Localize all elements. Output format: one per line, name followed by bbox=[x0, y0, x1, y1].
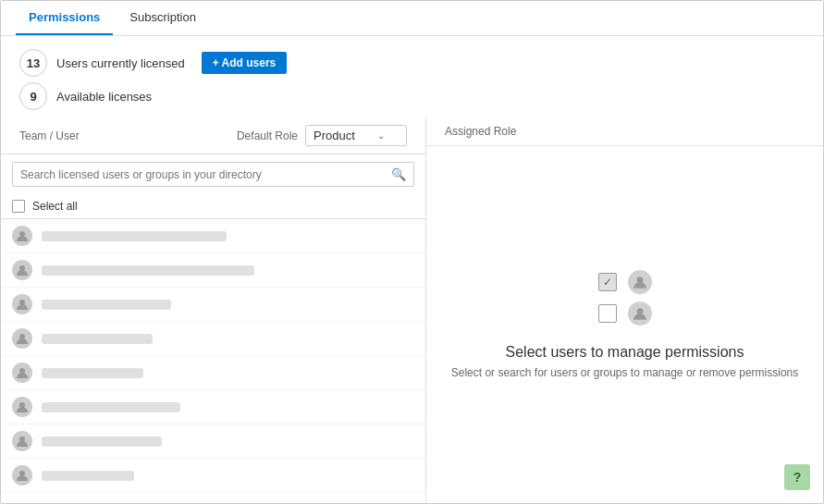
available-stat: 9 Available licenses bbox=[19, 82, 287, 110]
permission-icons: ✓ bbox=[598, 270, 652, 326]
chevron-down-icon: ⌄ bbox=[377, 130, 385, 141]
stats-row: 13 Users currently licensed + Add users … bbox=[1, 36, 823, 117]
avatar bbox=[12, 226, 32, 246]
user-item[interactable] bbox=[1, 424, 425, 459]
user-name bbox=[42, 231, 227, 241]
available-count: 9 bbox=[19, 82, 47, 110]
stats-column: 13 Users currently licensed + Add users … bbox=[19, 49, 287, 110]
search-icon: 🔍 bbox=[391, 167, 406, 181]
tab-bar: Permissions Subscription bbox=[1, 1, 823, 36]
user-item[interactable] bbox=[1, 322, 425, 356]
user-item[interactable] bbox=[1, 253, 425, 288]
select-all-checkbox[interactable] bbox=[12, 200, 25, 213]
select-all-row[interactable]: Select all bbox=[1, 194, 425, 219]
user-item[interactable] bbox=[1, 459, 425, 493]
user-name bbox=[42, 471, 134, 481]
licensed-stat: 13 Users currently licensed + Add users bbox=[19, 49, 287, 77]
avatar bbox=[12, 328, 32, 349]
licensed-label: Users currently licensed bbox=[56, 56, 185, 70]
tab-subscription[interactable]: Subscription bbox=[117, 1, 209, 35]
unchecked-checkbox-icon bbox=[598, 304, 617, 323]
right-panel: Assigned Role ✓ bbox=[426, 117, 823, 503]
default-role-dropdown[interactable]: Product ⌄ bbox=[305, 125, 407, 146]
add-users-button[interactable]: + Add users bbox=[202, 52, 288, 74]
tab-permissions[interactable]: Permissions bbox=[16, 1, 113, 35]
search-input[interactable] bbox=[20, 168, 386, 181]
empty-state-title: Select users to manage permissions bbox=[506, 344, 744, 361]
user-item[interactable] bbox=[1, 288, 425, 322]
licensed-count: 13 bbox=[19, 49, 47, 77]
user-item[interactable] bbox=[1, 390, 425, 424]
user-name bbox=[42, 436, 162, 447]
perm-row-unchecked bbox=[598, 301, 652, 326]
avatar bbox=[12, 397, 32, 417]
team-user-header: Team / User bbox=[19, 129, 237, 142]
user-name bbox=[42, 265, 254, 276]
perm-row-checked: ✓ bbox=[598, 270, 652, 294]
empty-state: ✓ Select users to manage permissions Sel… bbox=[426, 146, 823, 503]
user-name bbox=[42, 402, 180, 412]
role-dropdown-label: Product bbox=[314, 129, 355, 142]
column-headers: Team / User Default Role Product ⌄ bbox=[1, 117, 425, 154]
avatar bbox=[12, 431, 32, 451]
avatar bbox=[12, 363, 32, 383]
avatar bbox=[12, 260, 32, 280]
user-name bbox=[42, 300, 171, 310]
available-label: Available licenses bbox=[56, 90, 152, 104]
avatar bbox=[12, 465, 32, 486]
user-name bbox=[42, 368, 143, 378]
search-bar: 🔍 bbox=[12, 162, 414, 187]
user-item[interactable] bbox=[1, 219, 425, 253]
user-list bbox=[1, 219, 425, 503]
assigned-role-header: Assigned Role bbox=[426, 117, 823, 146]
left-panel: Team / User Default Role Product ⌄ 🔍 Sel… bbox=[1, 117, 426, 503]
user-name bbox=[42, 334, 153, 344]
user-item[interactable] bbox=[1, 356, 425, 390]
user-icon bbox=[628, 270, 652, 294]
main-window: Permissions Subscription 13 Users curren… bbox=[0, 0, 824, 504]
user-icon bbox=[628, 301, 652, 326]
empty-state-subtitle: Select or search for users or groups to … bbox=[451, 366, 799, 379]
checked-checkbox-icon: ✓ bbox=[598, 273, 617, 291]
select-all-label: Select all bbox=[32, 200, 78, 213]
default-role-header: Default Role Product ⌄ bbox=[237, 125, 407, 146]
avatar bbox=[12, 294, 32, 314]
help-button[interactable]: ? bbox=[784, 464, 810, 490]
main-content: Team / User Default Role Product ⌄ 🔍 Sel… bbox=[1, 117, 823, 503]
